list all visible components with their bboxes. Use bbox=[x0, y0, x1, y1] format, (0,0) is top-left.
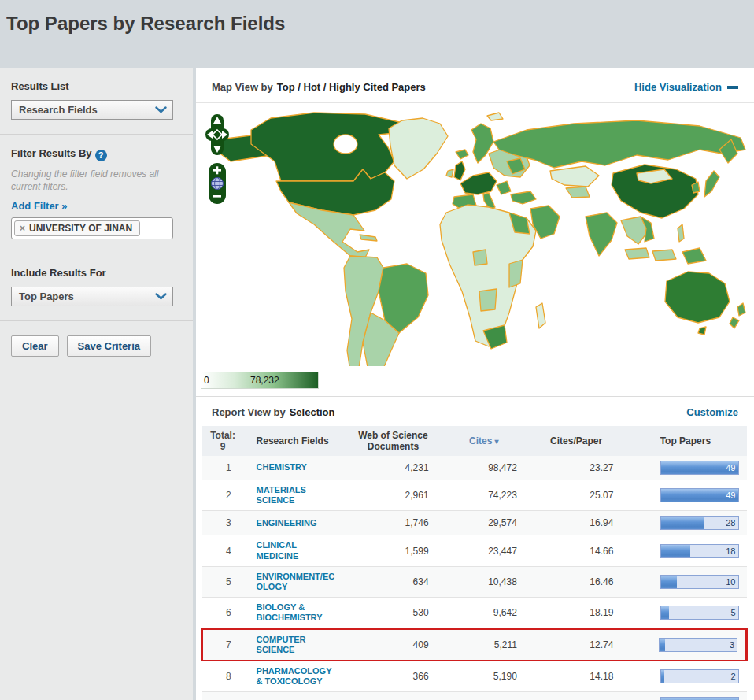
research-field-link[interactable]: BIOLOGY & BIOCHEMISTRY bbox=[257, 602, 335, 623]
top-papers-value: 2 bbox=[730, 672, 735, 681]
svalbard-islands bbox=[487, 113, 503, 120]
header-cites-per-paper[interactable]: Cites/Paper bbox=[528, 426, 624, 456]
sort-desc-icon: ▾ bbox=[494, 437, 498, 446]
row-rank: 5 bbox=[202, 566, 244, 597]
top-papers-bar: 18 bbox=[660, 544, 739, 558]
customize-link[interactable]: Customize bbox=[686, 406, 738, 418]
include-results-section: Include Results For Top Papers bbox=[0, 254, 193, 321]
zoom-in-icon-v bbox=[216, 166, 219, 174]
top-papers-value: 18 bbox=[726, 546, 735, 556]
header-cites[interactable]: Cites▾ bbox=[440, 426, 528, 456]
research-field-link[interactable]: ENGINEERING bbox=[257, 518, 335, 528]
row-cites: 9,642 bbox=[440, 598, 528, 629]
top-papers-bar: 205 bbox=[660, 697, 739, 700]
country-japan bbox=[704, 171, 719, 197]
zoom-out-icon bbox=[213, 195, 221, 198]
include-results-dropdown[interactable]: Top Papers bbox=[11, 287, 173, 306]
top-papers-bar: 49 bbox=[660, 488, 739, 502]
filter-tag-label: UNIVERSITY OF JINAN bbox=[29, 223, 132, 234]
report-table: Total: 9 Research Fields Web of Science … bbox=[201, 426, 748, 700]
filter-tags-box: × UNIVERSITY OF JINAN bbox=[11, 217, 173, 239]
top-papers-bar: 28 bbox=[660, 516, 739, 530]
research-field-link[interactable]: MATERIALS SCIENCE bbox=[257, 485, 335, 506]
research-field-link[interactable]: PHARMACOLOGY & TOXICOLOGY bbox=[257, 666, 335, 687]
add-filter-link[interactable]: Add Filter » bbox=[11, 200, 68, 212]
row-docs: 1,746 bbox=[346, 511, 439, 535]
island-new-guinea bbox=[682, 248, 706, 264]
table-row: 3 ENGINEERING 1,746 29,574 16.94 28 bbox=[202, 511, 747, 535]
top-papers-bar: 5 bbox=[660, 606, 739, 620]
help-icon[interactable]: ? bbox=[95, 150, 107, 161]
row-cites: 10,438 bbox=[440, 566, 528, 597]
table-row: 5 ENVIRONMENT/ECOLOGY 634 10,438 16.46 1… bbox=[202, 566, 747, 597]
chevron-down-icon bbox=[155, 106, 167, 113]
map-view-title: Top / Hot / Highly Cited Papers bbox=[277, 81, 426, 93]
row-cites-per-paper: 14.18 bbox=[528, 661, 624, 692]
country-uk bbox=[454, 161, 465, 180]
map-view-prefix: Map View by bbox=[212, 81, 273, 93]
row-cites: 5,190 bbox=[440, 661, 528, 692]
research-field-link[interactable]: CLINICAL MEDICINE bbox=[257, 540, 335, 561]
country-nigeria bbox=[473, 250, 487, 265]
sidebar: Results List Research Fields Filter Resu… bbox=[0, 68, 193, 700]
top-papers-value: 3 bbox=[730, 640, 734, 650]
content: Results List Research Fields Filter Resu… bbox=[0, 68, 754, 700]
country-australia bbox=[665, 272, 730, 323]
results-list-section: Results List Research Fields bbox=[0, 68, 193, 135]
country-india bbox=[586, 213, 617, 256]
region-east-africa bbox=[509, 260, 523, 287]
include-results-label: Include Results For bbox=[11, 267, 182, 279]
results-list-label: Results List bbox=[11, 80, 182, 92]
row-cites-per-paper: 16.46 bbox=[528, 566, 624, 597]
header-wos-documents[interactable]: Web of Science Documents bbox=[346, 426, 439, 456]
row-docs: 1,599 bbox=[346, 535, 439, 566]
main-panel: Map View byTop / Hot / Highly Cited Pape… bbox=[196, 68, 754, 700]
country-iceland bbox=[456, 150, 468, 159]
save-criteria-button[interactable]: Save Criteria bbox=[67, 335, 152, 357]
research-field-link[interactable]: ENVIRONMENT/ECOLOGY bbox=[257, 572, 335, 592]
report-view-title: Selection bbox=[290, 406, 335, 418]
table-row: 1 CHEMISTRY 4,231 98,472 23.27 49 bbox=[202, 456, 747, 480]
map-legend: 0 78,232 bbox=[201, 372, 319, 389]
top-papers-bar: 3 bbox=[659, 638, 737, 652]
chevron-down-icon bbox=[155, 293, 167, 300]
globe-icon bbox=[212, 178, 224, 190]
remove-filter-icon[interactable]: × bbox=[20, 223, 25, 234]
world-map[interactable] bbox=[196, 106, 753, 366]
header-top-papers[interactable]: Top Papers bbox=[624, 426, 746, 456]
region-balkans bbox=[497, 181, 511, 194]
row-cites-per-paper: 12.74 bbox=[528, 629, 624, 661]
research-field-link[interactable]: CHEMISTRY bbox=[257, 462, 335, 472]
top-papers-bar: 10 bbox=[660, 575, 739, 589]
new-zealand-north bbox=[737, 303, 745, 316]
top-papers-value: 5 bbox=[730, 608, 735, 617]
row-cites: 295,423 bbox=[440, 692, 528, 700]
legend-min: 0 bbox=[204, 375, 209, 386]
indonesia-island-1 bbox=[625, 248, 649, 259]
hide-visualization-link[interactable]: Hide Visualization bbox=[634, 81, 738, 93]
row-cites-per-paper: 25.07 bbox=[528, 480, 624, 511]
row-cites: 5,211 bbox=[440, 629, 528, 661]
filter-tag[interactable]: × UNIVERSITY OF JINAN bbox=[14, 220, 140, 236]
report-view-header: Report View bySelection Customize bbox=[196, 396, 754, 426]
country-ireland bbox=[446, 169, 453, 177]
island-tasmania bbox=[698, 327, 706, 335]
top-papers-bar: 49 bbox=[660, 461, 739, 475]
results-list-dropdown[interactable]: Research Fields bbox=[11, 100, 173, 120]
table-header-row: Total: 9 Research Fields Web of Science … bbox=[202, 426, 747, 456]
header-research-fields[interactable]: Research Fields bbox=[244, 426, 347, 456]
row-rank: 3 bbox=[202, 511, 244, 535]
row-cites: 74,223 bbox=[440, 480, 528, 511]
map-zoom-control[interactable] bbox=[209, 163, 226, 204]
table-row: 2 MATERIALS SCIENCE 2,961 74,223 25.07 4… bbox=[202, 480, 747, 511]
country-russia bbox=[493, 120, 745, 168]
row-cites: 23,447 bbox=[440, 535, 528, 566]
page-header: Top Papers by Research Fields bbox=[0, 0, 754, 68]
top-papers-bar: 2 bbox=[660, 669, 739, 683]
row-cites-per-paper: 14.66 bbox=[528, 535, 624, 566]
map-view-header: Map View byTop / Hot / Highly Cited Pape… bbox=[196, 68, 754, 103]
research-field-link[interactable]: COMPUTER SCIENCE bbox=[257, 635, 335, 655]
country-kazakhstan bbox=[550, 166, 599, 187]
row-docs: 2,961 bbox=[346, 480, 439, 511]
clear-button[interactable]: Clear bbox=[11, 335, 59, 357]
